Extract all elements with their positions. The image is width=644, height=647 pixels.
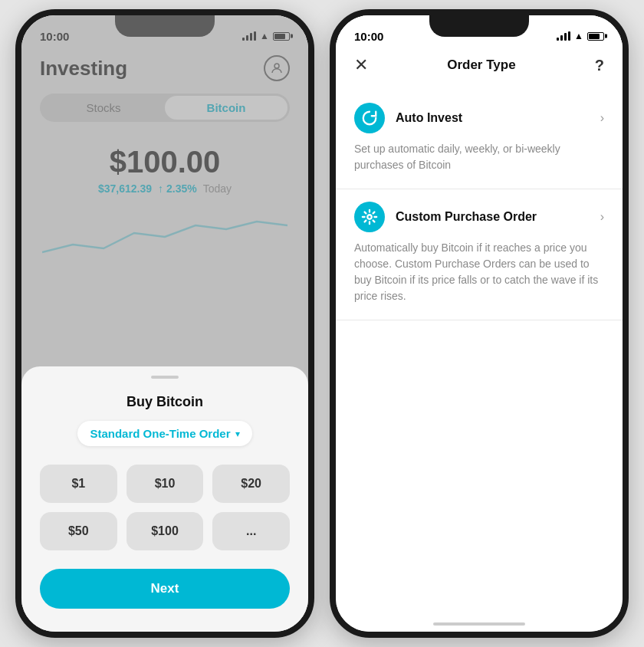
next-button[interactable]: Next	[40, 569, 290, 609]
custom-purchase-description: Automatically buy Bitcoin if it reaches …	[354, 240, 604, 307]
custom-purchase-chevron-icon: ›	[600, 210, 604, 224]
auto-invest-chevron-icon: ›	[600, 111, 604, 125]
custom-purchase-icon	[354, 202, 385, 232]
svg-point-1	[367, 215, 372, 219]
help-button[interactable]: ?	[595, 57, 604, 74]
right-phone: 10:00 ▲ ✕ Order Type	[330, 9, 629, 638]
sheet-handle	[151, 376, 179, 379]
order-type-dropdown[interactable]: Standard One-Time Order ▾	[77, 421, 251, 446]
amount-btn-10[interactable]: $10	[127, 465, 204, 503]
order-type-title: Order Type	[447, 57, 515, 73]
amount-btn-more[interactable]: ...	[212, 512, 290, 550]
dropdown-label: Standard One-Time Order	[90, 427, 230, 440]
right-battery-icon	[587, 32, 604, 41]
amount-btn-20[interactable]: $20	[212, 465, 290, 503]
auto-invest-description: Set up automatic daily, weekly, or bi-we…	[354, 141, 604, 176]
custom-purchase-option[interactable]: Custom Purchase Order › Automatically bu…	[336, 189, 623, 320]
chevron-down-icon: ▾	[235, 429, 240, 439]
amount-btn-50[interactable]: $50	[40, 512, 117, 550]
right-phone-content: 10:00 ▲ ✕ Order Type	[336, 15, 623, 632]
auto-invest-icon	[354, 103, 385, 133]
auto-invest-header: Auto Invest ›	[354, 103, 604, 133]
custom-purchase-header: Custom Purchase Order ›	[354, 202, 604, 232]
auto-invest-option[interactable]: Auto Invest › Set up automatic daily, we…	[336, 90, 623, 189]
right-notch	[429, 15, 529, 37]
close-button[interactable]: ✕	[354, 55, 368, 75]
sheet-title: Buy Bitcoin	[40, 394, 290, 410]
right-home-indicator	[433, 622, 525, 626]
order-type-header: ✕ Order Type ?	[336, 49, 623, 90]
left-phone-content: 10:00 ▲ Investing	[21, 15, 308, 632]
auto-invest-label: Auto Invest	[396, 111, 600, 125]
amount-grid: $1 $10 $20 $50 $100 ...	[40, 465, 290, 550]
amount-btn-1[interactable]: $1	[40, 465, 117, 503]
right-wifi-icon: ▲	[574, 31, 583, 41]
right-signal-icon	[557, 31, 570, 41]
right-time: 10:00	[354, 30, 383, 43]
left-phone: 10:00 ▲ Investing	[15, 9, 314, 638]
custom-purchase-label: Custom Purchase Order	[396, 210, 600, 224]
bottom-sheet: Buy Bitcoin Standard One-Time Order ▾ $1…	[21, 366, 308, 632]
right-status-icons: ▲	[557, 31, 604, 41]
amount-btn-100[interactable]: $100	[127, 512, 204, 550]
phones-container: 10:00 ▲ Investing	[15, 9, 629, 638]
